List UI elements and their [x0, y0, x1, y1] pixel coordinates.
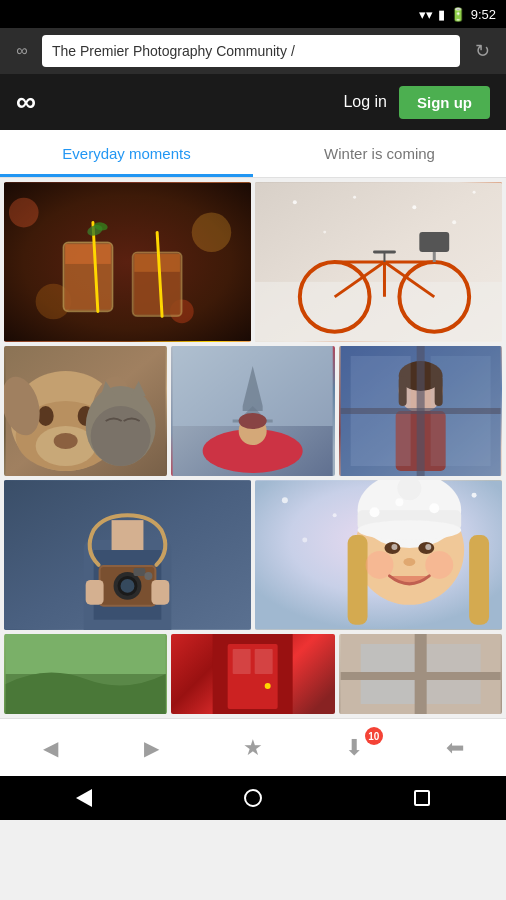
- back-arrow-icon: ◀: [43, 736, 58, 760]
- svg-point-30: [353, 196, 356, 199]
- svg-rect-79: [86, 580, 104, 605]
- svg-point-56: [239, 413, 267, 429]
- signal-icon: ▮: [438, 7, 445, 22]
- infinity-icon: ∞: [10, 42, 34, 60]
- svg-point-102: [370, 507, 380, 517]
- photo-grid: [0, 178, 506, 714]
- nav-forward-button[interactable]: ▶: [101, 719, 202, 776]
- photo-bike[interactable]: [255, 182, 502, 342]
- tab-everyday-moments[interactable]: Everyday moments: [0, 130, 253, 177]
- android-recents-icon: [414, 790, 430, 806]
- svg-rect-117: [340, 672, 500, 680]
- photo-girl-snow[interactable]: [255, 480, 502, 630]
- girl-window-svg: [339, 346, 502, 476]
- photo-bike-inner: [255, 182, 502, 342]
- refresh-icon[interactable]: ↻: [468, 40, 496, 62]
- photo-red-door[interactable]: [171, 634, 334, 714]
- photo-dog-cat[interactable]: [4, 346, 167, 476]
- android-nav-bar: [0, 776, 506, 820]
- nav-download-button[interactable]: ⬇ 10: [304, 719, 405, 776]
- svg-rect-28: [419, 232, 449, 252]
- svg-rect-111: [255, 649, 273, 674]
- photo-red-door-inner: [171, 634, 334, 714]
- photo-row-4: [4, 634, 502, 714]
- download-badge: 10: [365, 727, 383, 745]
- svg-point-33: [323, 231, 326, 234]
- svg-rect-93: [348, 535, 368, 625]
- girl-snow-svg: [255, 480, 502, 630]
- android-back-icon: [76, 789, 92, 807]
- photo-girl-window-inner: [339, 346, 502, 476]
- photo-eiffel[interactable]: [171, 346, 334, 476]
- url-input[interactable]: [42, 35, 460, 67]
- svg-point-112: [265, 683, 271, 689]
- status-bar: ▾▾ ▮ 🔋 9:52: [0, 0, 506, 28]
- login-button[interactable]: Log in: [343, 93, 387, 111]
- app-header: ∞ Log in Sign up: [0, 74, 506, 130]
- bike-svg: [255, 182, 502, 342]
- landscape-svg: [4, 634, 167, 714]
- bookmark-icon: ★: [243, 735, 263, 761]
- svg-point-103: [395, 498, 403, 506]
- svg-point-104: [429, 503, 439, 513]
- status-time: 9:52: [471, 7, 496, 22]
- svg-point-83: [333, 513, 337, 517]
- svg-point-82: [282, 497, 288, 503]
- battery-icon: 🔋: [450, 7, 466, 22]
- svg-point-29: [293, 200, 297, 204]
- android-recents-button[interactable]: [400, 776, 444, 820]
- header-actions: Log in Sign up: [343, 86, 490, 119]
- svg-rect-67: [340, 408, 500, 414]
- menu-back-icon: ⬅: [446, 735, 464, 761]
- photo-window2[interactable]: [339, 634, 502, 714]
- window2-svg: [339, 634, 502, 714]
- svg-rect-11: [134, 272, 179, 314]
- signup-button[interactable]: Sign up: [399, 86, 490, 119]
- svg-point-87: [302, 538, 307, 543]
- android-home-button[interactable]: [231, 776, 275, 820]
- photo-drinks[interactable]: [4, 182, 251, 342]
- svg-point-45: [91, 406, 151, 466]
- photo-girl-snow-inner: [255, 480, 502, 630]
- photo-row-3: [4, 480, 502, 630]
- photo-girl-window[interactable]: [339, 346, 502, 476]
- svg-point-2: [192, 213, 232, 253]
- svg-rect-80: [151, 580, 169, 605]
- drinks-svg: [4, 182, 251, 342]
- forward-arrow-icon: ▶: [144, 736, 159, 760]
- svg-rect-7: [65, 264, 110, 309]
- svg-point-85: [472, 493, 477, 498]
- photo-landscape[interactable]: [4, 634, 167, 714]
- photo-drinks-inner: [4, 182, 251, 342]
- eiffel-svg: [171, 346, 334, 476]
- nav-bookmark-button[interactable]: ★: [202, 719, 303, 776]
- svg-rect-106: [6, 634, 166, 674]
- photo-landscape-inner: [4, 634, 167, 714]
- svg-point-40: [38, 406, 54, 426]
- svg-point-100: [425, 544, 431, 550]
- status-icons: ▾▾ ▮ 🔋 9:52: [419, 7, 496, 22]
- svg-point-1: [9, 198, 39, 228]
- photo-window2-inner: [339, 634, 502, 714]
- svg-point-101: [403, 558, 415, 566]
- svg-point-99: [391, 544, 397, 550]
- nav-menu-button[interactable]: ⬅: [405, 719, 506, 776]
- svg-point-34: [452, 220, 456, 224]
- android-back-button[interactable]: [62, 776, 106, 820]
- nav-back-button[interactable]: ◀: [0, 719, 101, 776]
- photo-row-1: [4, 182, 502, 342]
- camera-person-svg: [4, 480, 251, 630]
- tab-winter-coming[interactable]: Winter is coming: [253, 130, 506, 177]
- bottom-nav: ◀ ▶ ★ ⬇ 10 ⬅: [0, 718, 506, 776]
- photo-row-2: [4, 346, 502, 476]
- photo-camera-person[interactable]: [4, 480, 251, 630]
- red-door-svg: [171, 634, 334, 714]
- svg-rect-78: [112, 520, 144, 550]
- photo-eiffel-inner: [171, 346, 334, 476]
- tabs-container: Everyday moments Winter is coming: [0, 130, 506, 178]
- wifi-icon: ▾▾: [419, 7, 433, 22]
- svg-point-32: [473, 191, 476, 194]
- svg-point-75: [121, 579, 135, 593]
- address-bar: ∞ ↻: [0, 28, 506, 74]
- svg-point-91: [358, 520, 462, 540]
